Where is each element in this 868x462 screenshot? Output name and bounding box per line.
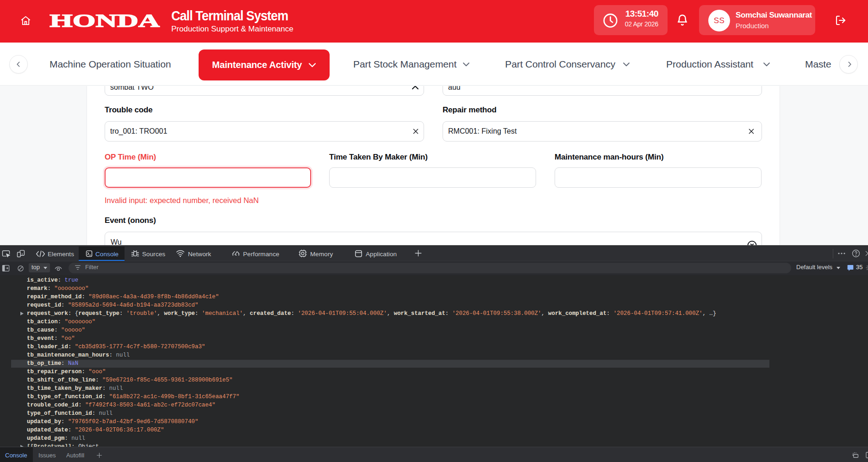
svg-text:HONDA: HONDA bbox=[50, 12, 160, 29]
